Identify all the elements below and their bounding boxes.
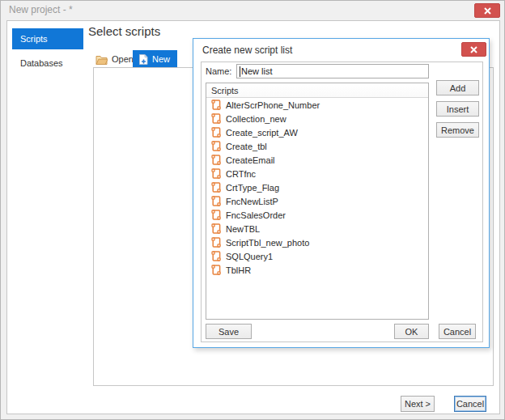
sidebar-item-label: Databases: [20, 58, 63, 68]
script-item[interactable]: FncNewListP: [206, 194, 428, 208]
script-item[interactable]: NewTBL: [206, 222, 428, 235]
sidebar-item-databases[interactable]: Databases: [12, 54, 83, 72]
script-item[interactable]: CrtType_Flag: [206, 180, 428, 194]
tab-open[interactable]: Open: [90, 50, 139, 68]
dialog-cancel-button[interactable]: Cancel: [439, 324, 476, 339]
script-item-label: ScriptTbl_new_photo: [226, 238, 309, 248]
script-icon: [211, 127, 221, 138]
script-icon: [211, 223, 221, 234]
script-item[interactable]: ScriptTbl_new_photo: [206, 235, 428, 249]
name-label: Name:: [206, 66, 231, 76]
tab-new[interactable]: New: [133, 50, 177, 68]
sidebar-item-label: Scripts: [20, 34, 48, 44]
window-close-button[interactable]: [474, 3, 500, 18]
save-button[interactable]: Save: [206, 324, 252, 339]
script-icon: [211, 237, 221, 248]
scripts-list-items: AlterScrPhone_Number Collection_new Crea…: [206, 98, 428, 277]
script-icon: [211, 196, 221, 206]
scripts-list-header[interactable]: Scripts: [206, 83, 428, 98]
script-item[interactable]: CreateEmail: [206, 153, 428, 167]
script-item-label: SQLQuery1: [226, 252, 273, 261]
sidebar-item-scripts[interactable]: Scripts: [12, 28, 83, 49]
cancel-button[interactable]: Cancel: [454, 396, 486, 412]
script-item[interactable]: TblHR: [206, 263, 428, 277]
name-input[interactable]: New list: [236, 64, 429, 78]
script-item-label: Collection_new: [226, 114, 286, 124]
next-button[interactable]: Next >: [401, 396, 435, 412]
dialog-title: Create new script list: [202, 45, 292, 56]
tab-label: New: [152, 54, 170, 64]
script-item-label: CrtType_Flag: [226, 183, 279, 193]
script-icon: [211, 168, 221, 179]
script-item[interactable]: Create_script_AW: [206, 125, 428, 139]
script-item[interactable]: Create_tbl: [206, 139, 428, 153]
scripts-list[interactable]: Scripts AlterScrPhone_Number Collection_…: [206, 83, 429, 320]
tab-label: Open: [112, 54, 134, 64]
close-icon: [484, 7, 491, 15]
window-title: New project - *: [9, 4, 73, 15]
insert-button[interactable]: Insert: [436, 101, 479, 117]
script-item-label: FncNewListP: [226, 197, 278, 206]
script-icon: [211, 182, 221, 193]
close-icon: [470, 46, 477, 53]
script-item[interactable]: AlterScrPhone_Number: [206, 98, 428, 112]
script-item-label: TblHR: [226, 265, 251, 275]
script-item-label: FncSalesOrder: [226, 210, 286, 220]
script-icon: [211, 155, 221, 165]
script-icon: [211, 100, 221, 110]
new-project-window: New project - * Scripts Databases Select…: [0, 0, 505, 420]
create-script-list-dialog: Create new script list Name: New list Sc…: [193, 38, 490, 348]
new-document-icon: [138, 54, 148, 65]
page-title: Select scripts: [88, 24, 160, 38]
script-item[interactable]: FncSalesOrder: [206, 208, 428, 222]
open-folder-icon: [95, 54, 108, 65]
script-item[interactable]: CRTfnc: [206, 167, 428, 180]
dialog-close-button[interactable]: [461, 42, 486, 57]
script-icon: [211, 141, 221, 151]
remove-button[interactable]: Remove: [436, 122, 479, 138]
script-icon: [211, 113, 221, 124]
script-icon: [211, 251, 221, 261]
name-input-value: New list: [241, 66, 273, 76]
script-item-label: Create_script_AW: [226, 128, 298, 138]
script-item-label: AlterScrPhone_Number: [226, 100, 320, 110]
script-item[interactable]: SQLQuery1: [206, 249, 428, 263]
script-item-label: NewTBL: [226, 224, 260, 234]
ok-button[interactable]: OK: [394, 324, 429, 339]
script-item-label: CreateEmail: [226, 155, 275, 165]
script-icon: [211, 210, 221, 220]
add-button[interactable]: Add: [436, 80, 479, 95]
script-item[interactable]: Collection_new: [206, 112, 428, 125]
text-caret: [240, 66, 240, 77]
script-item-label: Create_tbl: [226, 142, 267, 151]
script-item-label: CRTfnc: [226, 169, 256, 179]
script-icon: [211, 265, 221, 275]
